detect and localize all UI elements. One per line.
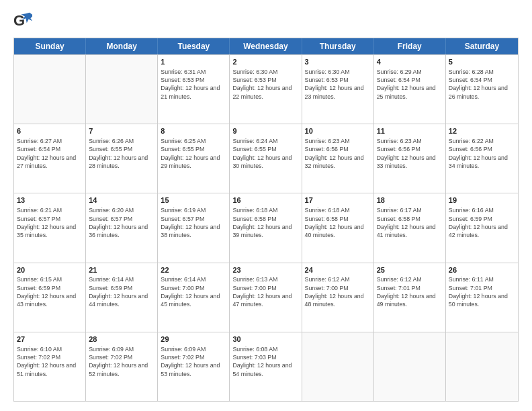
- page: G SundayMondayTuesdayWednesdayThursdayFr…: [0, 0, 532, 411]
- day-number: 17: [305, 195, 371, 205]
- day-number: 29: [161, 334, 226, 345]
- day-number: 12: [449, 126, 515, 136]
- day-number: 6: [17, 126, 83, 136]
- day-number: 5: [449, 57, 515, 67]
- cal-cell: 14Sunrise: 6:20 AMSunset: 6:57 PMDayligh…: [86, 193, 158, 262]
- day-info: Sunrise: 6:16 AMSunset: 6:59 PMDaylight:…: [449, 206, 515, 239]
- cal-cell: 7Sunrise: 6:26 AMSunset: 6:55 PMDaylight…: [86, 124, 158, 193]
- day-info: Sunrise: 6:15 AMSunset: 6:59 PMDaylight:…: [17, 275, 83, 308]
- header-day-thursday: Thursday: [302, 38, 374, 54]
- day-number: 23: [232, 265, 298, 275]
- day-info: Sunrise: 6:12 AMSunset: 7:01 PMDaylight:…: [377, 275, 443, 308]
- header-day-wednesday: Wednesday: [230, 38, 302, 54]
- cal-cell: 19Sunrise: 6:16 AMSunset: 6:59 PMDayligh…: [446, 193, 518, 262]
- day-number: 20: [17, 265, 83, 275]
- cal-cell: 5Sunrise: 6:28 AMSunset: 6:54 PMDaylight…: [446, 55, 518, 124]
- day-info: Sunrise: 6:09 AMSunset: 7:02 PMDaylight:…: [89, 345, 154, 378]
- cal-cell: 8Sunrise: 6:25 AMSunset: 6:55 PMDaylight…: [158, 124, 230, 193]
- day-info: Sunrise: 6:31 AMSunset: 6:53 PMDaylight:…: [161, 68, 226, 101]
- day-info: Sunrise: 6:20 AMSunset: 6:57 PMDaylight:…: [89, 206, 154, 239]
- day-info: Sunrise: 6:25 AMSunset: 6:55 PMDaylight:…: [161, 137, 226, 170]
- day-number: 4: [377, 57, 443, 67]
- day-info: Sunrise: 6:21 AMSunset: 6:57 PMDaylight:…: [17, 206, 83, 239]
- cal-cell: 27Sunrise: 6:10 AMSunset: 7:02 PMDayligh…: [14, 332, 86, 401]
- cal-cell: 11Sunrise: 6:23 AMSunset: 6:56 PMDayligh…: [374, 124, 446, 193]
- day-number: 28: [89, 334, 154, 345]
- week-row-2: 6Sunrise: 6:27 AMSunset: 6:54 PMDaylight…: [14, 124, 518, 193]
- day-info: Sunrise: 6:10 AMSunset: 7:02 PMDaylight:…: [17, 345, 83, 378]
- day-info: Sunrise: 6:27 AMSunset: 6:54 PMDaylight:…: [17, 137, 83, 170]
- cal-cell: 25Sunrise: 6:12 AMSunset: 7:01 PMDayligh…: [374, 263, 446, 332]
- cal-cell: 18Sunrise: 6:17 AMSunset: 6:58 PMDayligh…: [374, 193, 446, 262]
- logo-icon: G: [13, 12, 32, 31]
- calendar-header: SundayMondayTuesdayWednesdayThursdayFrid…: [14, 38, 518, 54]
- day-number: 24: [305, 265, 371, 275]
- day-info: Sunrise: 6:08 AMSunset: 7:03 PMDaylight:…: [232, 345, 298, 378]
- day-info: Sunrise: 6:22 AMSunset: 6:56 PMDaylight:…: [449, 137, 515, 170]
- cal-cell: 28Sunrise: 6:09 AMSunset: 7:02 PMDayligh…: [86, 332, 158, 401]
- day-number: 19: [449, 195, 515, 205]
- day-info: Sunrise: 6:23 AMSunset: 6:56 PMDaylight:…: [305, 137, 371, 170]
- day-number: 22: [161, 265, 226, 275]
- day-info: Sunrise: 6:09 AMSunset: 7:02 PMDaylight:…: [161, 345, 226, 378]
- cal-cell: [86, 55, 158, 124]
- cal-cell: 23Sunrise: 6:13 AMSunset: 7:00 PMDayligh…: [230, 263, 302, 332]
- calendar-body: 1Sunrise: 6:31 AMSunset: 6:53 PMDaylight…: [14, 54, 518, 401]
- day-number: 18: [377, 195, 443, 205]
- cal-cell: 9Sunrise: 6:24 AMSunset: 6:55 PMDaylight…: [230, 124, 302, 193]
- cal-cell: 16Sunrise: 6:18 AMSunset: 6:58 PMDayligh…: [230, 193, 302, 262]
- day-number: 25: [377, 265, 443, 275]
- day-info: Sunrise: 6:30 AMSunset: 6:53 PMDaylight:…: [232, 68, 298, 101]
- cal-cell: 13Sunrise: 6:21 AMSunset: 6:57 PMDayligh…: [14, 193, 86, 262]
- header-day-sunday: Sunday: [14, 38, 86, 54]
- cal-cell: 26Sunrise: 6:11 AMSunset: 7:01 PMDayligh…: [446, 263, 518, 332]
- cal-cell: 24Sunrise: 6:12 AMSunset: 7:00 PMDayligh…: [302, 263, 374, 332]
- cal-cell: 3Sunrise: 6:30 AMSunset: 6:53 PMDaylight…: [302, 55, 374, 124]
- day-info: Sunrise: 6:13 AMSunset: 7:00 PMDaylight:…: [232, 275, 298, 308]
- header-day-monday: Monday: [86, 38, 158, 54]
- day-info: Sunrise: 6:24 AMSunset: 6:55 PMDaylight:…: [232, 137, 298, 170]
- day-number: 3: [305, 57, 371, 67]
- cal-cell: 10Sunrise: 6:23 AMSunset: 6:56 PMDayligh…: [302, 124, 374, 193]
- day-number: 9: [232, 126, 298, 136]
- cal-cell: 21Sunrise: 6:14 AMSunset: 6:59 PMDayligh…: [86, 263, 158, 332]
- day-info: Sunrise: 6:28 AMSunset: 6:54 PMDaylight:…: [449, 68, 515, 101]
- day-info: Sunrise: 6:14 AMSunset: 7:00 PMDaylight:…: [161, 275, 226, 308]
- day-info: Sunrise: 6:11 AMSunset: 7:01 PMDaylight:…: [449, 275, 515, 308]
- cal-cell: 6Sunrise: 6:27 AMSunset: 6:54 PMDaylight…: [14, 124, 86, 193]
- day-number: 2: [232, 57, 298, 67]
- cal-cell: 1Sunrise: 6:31 AMSunset: 6:53 PMDaylight…: [158, 55, 230, 124]
- day-number: 1: [161, 57, 226, 67]
- day-info: Sunrise: 6:18 AMSunset: 6:58 PMDaylight:…: [232, 206, 298, 239]
- day-info: Sunrise: 6:29 AMSunset: 6:54 PMDaylight:…: [377, 68, 443, 101]
- calendar: SundayMondayTuesdayWednesdayThursdayFrid…: [13, 38, 519, 402]
- cal-cell: 29Sunrise: 6:09 AMSunset: 7:02 PMDayligh…: [158, 332, 230, 401]
- cal-cell: [374, 332, 446, 401]
- day-number: 26: [449, 265, 515, 275]
- day-info: Sunrise: 6:23 AMSunset: 6:56 PMDaylight:…: [377, 137, 443, 170]
- week-row-4: 20Sunrise: 6:15 AMSunset: 6:59 PMDayligh…: [14, 263, 518, 332]
- day-info: Sunrise: 6:26 AMSunset: 6:55 PMDaylight:…: [89, 137, 154, 170]
- day-number: 13: [17, 195, 83, 205]
- cal-cell: [446, 332, 518, 401]
- cal-cell: 4Sunrise: 6:29 AMSunset: 6:54 PMDaylight…: [374, 55, 446, 124]
- cal-cell: [14, 55, 86, 124]
- week-row-1: 1Sunrise: 6:31 AMSunset: 6:53 PMDaylight…: [14, 54, 518, 124]
- cal-cell: 17Sunrise: 6:18 AMSunset: 6:58 PMDayligh…: [302, 193, 374, 262]
- header-day-saturday: Saturday: [446, 38, 518, 54]
- day-number: 16: [232, 195, 298, 205]
- day-info: Sunrise: 6:18 AMSunset: 6:58 PMDaylight:…: [305, 206, 371, 239]
- cal-cell: 2Sunrise: 6:30 AMSunset: 6:53 PMDaylight…: [230, 55, 302, 124]
- day-info: Sunrise: 6:12 AMSunset: 7:00 PMDaylight:…: [305, 275, 371, 308]
- day-info: Sunrise: 6:30 AMSunset: 6:53 PMDaylight:…: [305, 68, 371, 101]
- cal-cell: 15Sunrise: 6:19 AMSunset: 6:57 PMDayligh…: [158, 193, 230, 262]
- week-row-3: 13Sunrise: 6:21 AMSunset: 6:57 PMDayligh…: [14, 193, 518, 262]
- day-number: 14: [89, 195, 154, 205]
- cal-cell: [302, 332, 374, 401]
- day-number: 27: [17, 334, 83, 345]
- cal-cell: 22Sunrise: 6:14 AMSunset: 7:00 PMDayligh…: [158, 263, 230, 332]
- header: G: [13, 12, 519, 31]
- day-number: 30: [232, 334, 298, 345]
- week-row-5: 27Sunrise: 6:10 AMSunset: 7:02 PMDayligh…: [14, 332, 518, 401]
- day-number: 15: [161, 195, 226, 205]
